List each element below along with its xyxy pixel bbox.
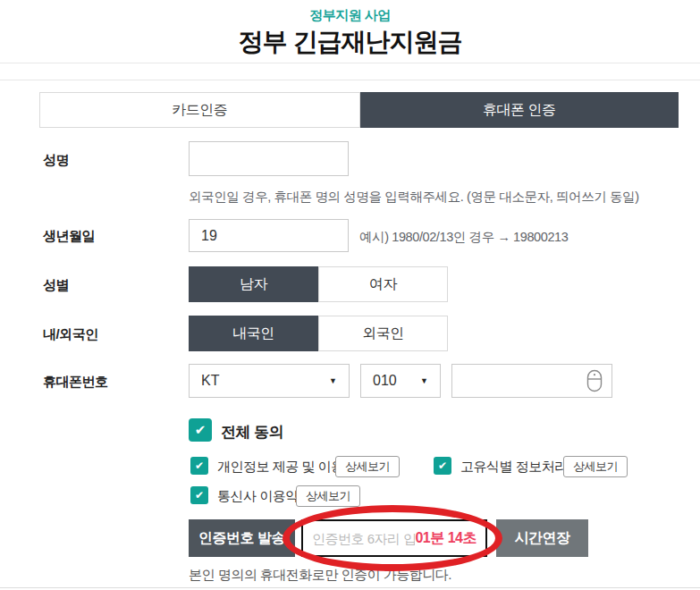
phone-verification-page: 정부지원 사업 정부 긴급재난지원금 카드인증 휴대폰 인증 성명 외국인일 경…: [0, 0, 700, 590]
check-icon: ✔: [195, 459, 204, 472]
name-input[interactable]: [189, 141, 349, 176]
birth-input[interactable]: [189, 219, 349, 252]
tab-phone-auth[interactable]: 휴대폰 인증: [360, 92, 679, 128]
privacy-detail-button[interactable]: 상세보기: [335, 456, 400, 477]
code-input-box: 01분 14초: [301, 519, 487, 557]
verification-notice: 본인 명의의 휴대전화로만 인증이 가능합니다.: [189, 567, 451, 584]
agree-unique-id-label: 고유식별 정보처리: [460, 459, 568, 476]
name-helper-text: 외국인일 경우, 휴대폰 명의 성명을 입력해주세요. (영문 대소문자, 띄어…: [189, 189, 639, 206]
chevron-down-icon: ▼: [329, 376, 337, 385]
nationality-toggle: 내국인 외국인: [189, 316, 448, 351]
gender-toggle: 남자 여자: [189, 266, 448, 302]
agree-privacy-checkbox[interactable]: ✔: [190, 457, 208, 475]
unique-id-detail-button[interactable]: 상세보기: [563, 456, 628, 477]
agree-privacy-label: 개인정보 제공 및 이용: [217, 459, 344, 476]
divider: [0, 587, 700, 588]
gender-label: 성별: [43, 277, 69, 294]
gender-option-male[interactable]: 남자: [189, 266, 318, 302]
check-icon: ✔: [195, 489, 204, 502]
chevron-down-icon: ▼: [420, 376, 428, 385]
carrier-select[interactable]: KT ▼: [189, 364, 350, 398]
carrier-selected-value: KT: [201, 373, 219, 389]
birth-label: 생년월일: [43, 228, 95, 245]
check-icon: ✔: [438, 459, 447, 472]
name-label: 성명: [43, 152, 69, 169]
nationality-label: 내/외국인: [43, 326, 98, 343]
extend-time-button[interactable]: 시간연장: [496, 519, 588, 557]
program-subtitle: 정부지원 사업: [0, 7, 700, 24]
countdown-timer: 01분 14초: [415, 529, 477, 548]
nationality-option-foreign[interactable]: 외국인: [318, 316, 448, 351]
agree-unique-id-checkbox[interactable]: ✔: [434, 457, 451, 475]
phone-label: 휴대폰번호: [43, 374, 108, 391]
phone-prefix-select[interactable]: 010 ▼: [360, 364, 441, 398]
gender-option-female[interactable]: 여자: [318, 266, 448, 302]
agree-all-label: 전체 동의: [221, 422, 283, 442]
carrier-terms-detail-button[interactable]: 상세보기: [296, 485, 360, 507]
check-icon: ✔: [195, 422, 207, 438]
code-input[interactable]: [312, 531, 415, 546]
auth-tabbar: 카드인증 휴대폰 인증: [39, 92, 679, 128]
mouse-icon: [586, 369, 603, 392]
phone-prefix-selected-value: 010: [373, 373, 397, 389]
phone-number-input[interactable]: [451, 364, 612, 398]
divider: [0, 63, 700, 63]
agree-all-checkbox[interactable]: ✔: [189, 418, 212, 442]
send-code-button[interactable]: 인증번호 발송: [189, 519, 295, 557]
tab-card-auth[interactable]: 카드인증: [39, 92, 360, 128]
birth-helper-text: 예시) 1980/02/13인 경우 → 19800213: [359, 229, 568, 246]
page-title: 정부 긴급재난지원금: [0, 25, 700, 59]
divider: [0, 80, 700, 80]
agree-carrier-terms-checkbox[interactable]: ✔: [190, 486, 208, 504]
nationality-option-domestic[interactable]: 내국인: [189, 316, 318, 351]
